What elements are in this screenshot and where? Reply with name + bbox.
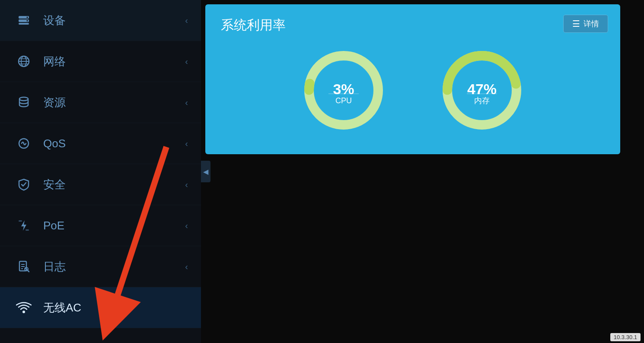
log-icon [13, 256, 35, 277]
svg-text:3%: 3% [333, 81, 354, 97]
sidebar: 设备‹ 网络‹ 资源‹ QoS‹ 安全‹ PoE‹ 日志‹ 无线AC ◀ [0, 0, 201, 343]
resource-icon [13, 92, 35, 113]
svg-point-10 [19, 97, 28, 101]
memory-gauge-svg: 47% 内存 [439, 47, 525, 133]
svg-rect-2 [19, 23, 29, 25]
sidebar-item-security[interactable]: 安全‹ [0, 164, 201, 205]
sidebar-item-resource-label: 资源 [43, 95, 66, 110]
svg-point-3 [27, 17, 28, 18]
svg-text:47%: 47% [467, 81, 497, 97]
svg-text:CPU: CPU [335, 96, 352, 105]
poe-chevron-icon: ‹ [185, 221, 188, 231]
sidebar-item-log-label: 日志 [43, 259, 66, 274]
svg-text:内存: 内存 [474, 96, 490, 105]
svg-point-4 [27, 20, 28, 22]
log-chevron-icon: ‹ [185, 262, 188, 272]
panel-title: 系统利用率 [221, 16, 605, 34]
sidebar-item-wireless-ac-label: 无线AC [43, 300, 81, 315]
svg-rect-13 [26, 229, 29, 231]
network-chevron-icon: ‹ [185, 57, 188, 67]
sidebar-item-device[interactable]: 设备‹ [0, 0, 201, 41]
svg-point-19 [22, 311, 25, 313]
detail-button-label: 详情 [583, 19, 599, 29]
sidebar-item-network-label: 网络 [43, 54, 66, 69]
sidebar-item-security-label: 安全 [43, 177, 66, 192]
sidebar-item-qos-label: QoS [43, 137, 66, 150]
memory-gauge: 47% 内存 [439, 47, 525, 133]
sidebar-collapse-toggle[interactable]: ◀ [201, 161, 210, 182]
sidebar-item-poe[interactable]: PoE‹ [0, 205, 201, 246]
ip-badge: 10.3.30.1 [610, 333, 641, 341]
device-chevron-icon: ‹ [185, 16, 188, 25]
sidebar-item-log[interactable]: 日志‹ [0, 246, 201, 287]
qos-icon [13, 133, 35, 154]
sidebar-item-resource[interactable]: 资源‹ [0, 82, 201, 123]
cpu-gauge: 3% CPU [300, 47, 387, 133]
resource-chevron-icon: ‹ [185, 98, 188, 108]
security-chevron-icon: ‹ [185, 180, 188, 190]
network-icon [13, 51, 35, 72]
sidebar-item-network[interactable]: 网络‹ [0, 41, 201, 82]
main-content: 系统利用率 ☰ 详情 3% [201, 0, 644, 343]
svg-rect-12 [19, 220, 22, 222]
qos-chevron-icon: ‹ [185, 139, 188, 149]
sidebar-item-poe-label: PoE [43, 219, 64, 232]
sidebar-item-device-label: 设备 [43, 13, 66, 28]
system-utilization-panel: 系统利用率 ☰ 详情 3% [205, 4, 620, 154]
security-icon [13, 174, 35, 195]
gauges-row: 3% CPU 47% [221, 43, 605, 142]
poe-icon [13, 215, 35, 236]
device-icon [13, 10, 35, 31]
wireless-ac-icon [13, 297, 35, 318]
sidebar-item-wireless-ac[interactable]: 无线AC [0, 287, 201, 328]
detail-button[interactable]: ☰ 详情 [563, 15, 608, 33]
cpu-gauge-svg: 3% CPU [300, 47, 387, 133]
sidebar-item-qos[interactable]: QoS‹ [0, 123, 201, 164]
detail-button-icon: ☰ [572, 19, 580, 29]
